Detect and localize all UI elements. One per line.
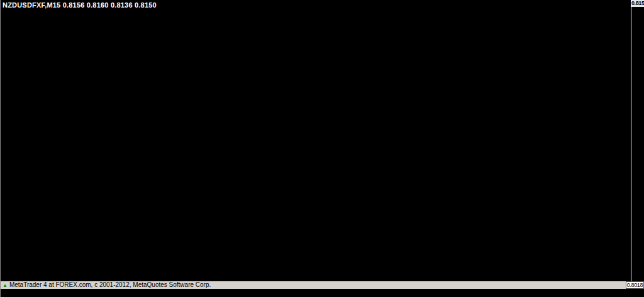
- status-text: MetaTrader 4 at FOREX.com, c 2001-2012, …: [9, 281, 211, 288]
- chart-canvas[interactable]: [1, 0, 631, 281]
- metatrader-icon: ▲: [3, 283, 8, 288]
- chart-title-ohlc: NZDUSDFXF,M15 0.8156 0.8160 0.8136 0.815…: [3, 1, 157, 9]
- subwindow-current-value-tag: 0.8018: [626, 281, 644, 289]
- price-axis[interactable]: 0.8150: [631, 0, 644, 281]
- time-axis[interactable]: [1, 289, 644, 297]
- price-info-panel: 0.8150: [577, 28, 619, 40]
- current-price-tag: 0.8150: [631, 0, 644, 7]
- mt4-chart-window: NZDUSDFXF,M15 0.8156 0.8160 0.8136 0.815…: [0, 0, 644, 297]
- current-price-big: 0.8150: [577, 28, 619, 40]
- status-bar: ▲MetaTrader 4 at FOREX.com, c 2001-2012,…: [1, 281, 644, 289]
